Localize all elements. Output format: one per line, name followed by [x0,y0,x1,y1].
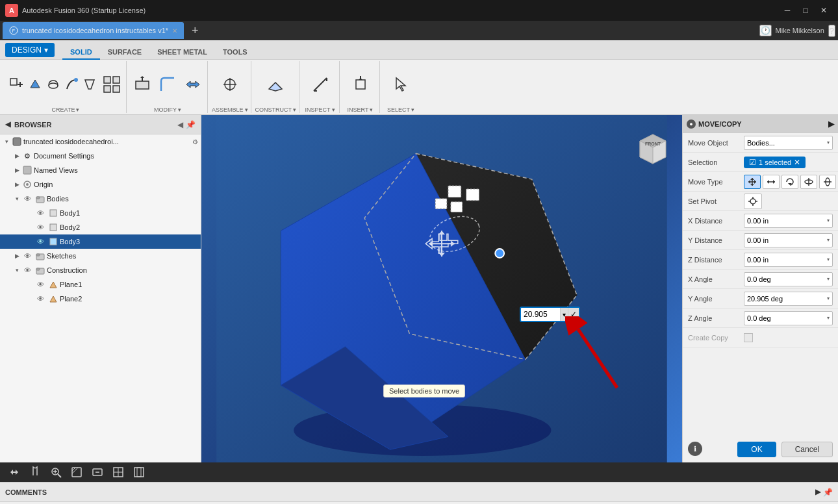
cancel-button[interactable]: Cancel [781,442,833,457]
assemble-label: ASSEMBLE ▾ [212,107,248,113]
tree-plane1[interactable]: 👁 Plane1 [0,277,201,292]
pattern-btn[interactable] [100,73,123,96]
help-button[interactable]: ? [828,25,835,37]
revolve-btn[interactable] [45,76,62,93]
tree-sketches[interactable]: ▶ 👁 Sketches [0,249,201,263]
named-views-toggle[interactable]: ▶ [13,167,21,173]
display-settings-btn[interactable] [88,464,107,480]
panel-expand-icon[interactable]: ▶ [828,120,834,129]
grid2-btn[interactable] [130,464,148,480]
sketches-eye-icon[interactable]: 👁 [22,251,32,261]
move-type-orbit1-btn[interactable] [800,175,817,189]
create-copy-checkbox[interactable] [744,333,753,342]
viewport[interactable]: ▾ ✓ Select bodies to move [201,115,682,462]
doc-toggle-icon[interactable]: ▶ [13,153,21,159]
comments-label: COMMENTS [5,488,47,496]
move-copy-btn[interactable] [181,73,205,96]
insert-btn[interactable] [349,73,372,96]
browser-expand-btn[interactable]: ◀ [5,120,10,129]
tab-sheetmetal[interactable]: SHEET METAL [149,45,215,60]
maximize-button[interactable]: □ [796,4,815,17]
tree-named-views[interactable]: ▶ Named Views [0,163,201,177]
tree-plane2[interactable]: 👁 Plane2 [0,292,201,306]
new-component-btn[interactable] [8,76,25,93]
browser-collapse-btn[interactable]: ◀ [177,120,183,129]
tab-surface[interactable]: SURFACE [100,45,150,60]
pan-btn[interactable] [26,464,44,480]
select-btn[interactable] [389,73,413,96]
close-button[interactable]: ✕ [815,4,833,17]
origin-toggle[interactable]: ▶ [13,181,21,188]
body1-eye-icon[interactable]: 👁 [35,208,45,218]
svg-line-96 [72,468,78,473]
move-type-rotate-btn[interactable] [781,175,798,189]
construction-eye-icon[interactable]: 👁 [22,265,32,275]
body3-eye-icon[interactable]: 👁 [35,236,45,247]
tree-root[interactable]: ▾ truncated icosidodecahedroi... ⚙ [0,134,201,149]
view-cube-svg[interactable]: FRONT [630,121,676,167]
tree-document-settings[interactable]: ▶ ⚙ Document Settings [0,149,201,163]
user-info: Mike Mikkelson [776,27,824,34]
grid-btn[interactable] [109,464,127,480]
browser-pin-btn[interactable]: 📌 [186,120,196,129]
zoom-btn[interactable] [47,464,65,480]
plane2-eye-icon[interactable]: 👁 [35,294,45,304]
body2-eye-icon[interactable]: 👁 [35,222,45,233]
tree-construction[interactable]: ▾ 👁 Construction [0,263,201,277]
z-angle-dropdown[interactable]: 0.0 deg ▾ [744,311,833,325]
move-type-translate-btn[interactable] [744,175,761,189]
move-type-orbit2-btn[interactable] [819,175,836,189]
x-distance-dropdown[interactable]: 0.00 in ▾ [744,214,833,228]
move-type-axis-btn[interactable] [763,175,780,189]
extrude-btn[interactable] [27,76,44,93]
design-button[interactable]: DESIGN ▾ [5,43,55,57]
bodies-eye-icon[interactable]: 👁 [22,194,32,204]
measure-btn[interactable] [309,73,332,96]
svg-rect-52 [466,189,479,201]
press-pull-btn[interactable] [131,73,154,96]
svg-rect-40 [36,254,40,256]
view-cube[interactable]: FRONT [630,121,676,167]
tree-body3[interactable]: 👁 Body3 [0,234,201,249]
set-pivot-btn[interactable] [744,194,762,209]
z-distance-value: 0.00 in [747,256,768,264]
move-object-dropdown[interactable]: Bodies... ▾ [744,136,833,150]
minimize-button[interactable]: ─ [778,4,796,17]
new-tab-button[interactable]: + [188,24,203,38]
tree-origin[interactable]: ▶ Origin [0,177,201,192]
history-button[interactable]: 🕐 [759,25,772,36]
tab-tools[interactable]: TOOLS [215,45,255,60]
root-toggle-icon[interactable]: ▾ [3,138,10,145]
tab-close-icon[interactable]: ✕ [172,27,177,34]
fillet-btn[interactable] [156,73,179,96]
tab-solid[interactable]: SOLID [62,45,100,60]
root-icon [12,136,22,147]
construction-toggle[interactable]: ▾ [13,267,21,273]
root-settings-icon[interactable]: ⚙ [192,138,198,145]
orbit-btn[interactable] [5,464,23,480]
panel-info-btn[interactable]: ℹ [688,442,702,456]
set-pivot-label: Set Pivot [688,197,740,205]
sweep-btn[interactable] [63,76,80,93]
value-input[interactable] [521,310,560,319]
selection-clear-btn[interactable]: ✕ [794,158,800,167]
plane1-eye-icon[interactable]: 👁 [35,279,45,290]
panel-info-icon: ● [687,120,696,129]
construct-plane-btn[interactable] [264,73,287,96]
z-distance-dropdown[interactable]: 0.00 in ▾ [744,253,833,267]
y-distance-dropdown[interactable]: 0.00 in ▾ [744,233,833,247]
loft-btn[interactable] [81,76,98,93]
comments-expand-btn[interactable]: ▶ [815,488,820,496]
ok-button[interactable]: OK [737,442,776,457]
y-angle-dropdown[interactable]: 20.905 deg ▾ [744,292,833,306]
joint-btn[interactable] [218,73,242,96]
sketches-toggle[interactable]: ▶ [13,253,21,259]
bodies-toggle[interactable]: ▾ [13,195,21,202]
x-angle-dropdown[interactable]: 0.0 deg ▾ [744,272,833,286]
comments-pin-btn[interactable]: 📌 [823,488,833,497]
tree-body1[interactable]: 👁 Body1 [0,206,201,220]
fit-btn[interactable] [68,464,86,480]
tree-body2[interactable]: 👁 Body2 [0,220,201,234]
tree-bodies[interactable]: ▾ 👁 Bodies [0,192,201,206]
document-tab[interactable]: F truncated icosidodecahedron instructab… [3,22,184,39]
